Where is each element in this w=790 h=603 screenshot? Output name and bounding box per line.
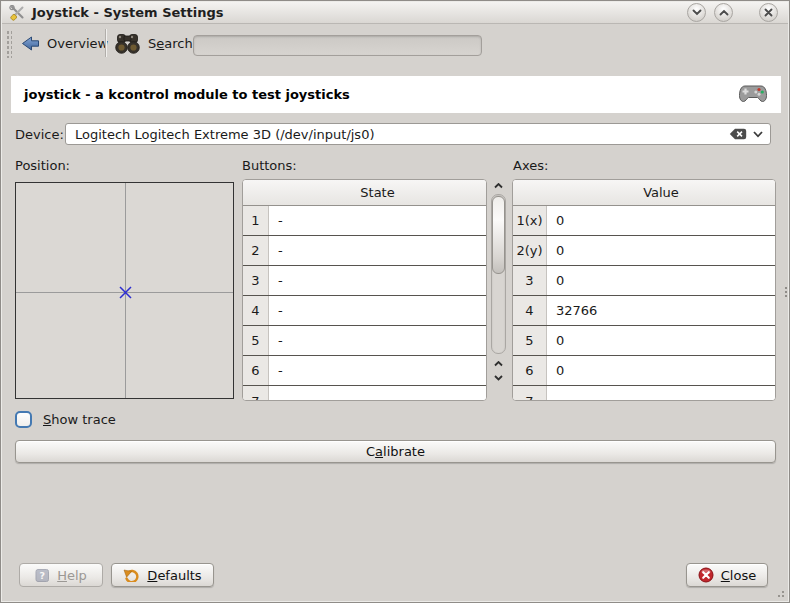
position-pad [15,182,234,399]
window-close-button[interactable] [759,3,778,22]
scrollbar-track[interactable] [491,194,506,354]
maximize-button[interactable] [714,3,733,22]
calibrate-button[interactable]: Calibrate [15,440,776,463]
module-title: joystick - a kcontrol module to test joy… [24,87,350,102]
table-row[interactable]: 1(x) 0 [513,206,775,236]
row-header: 4 [243,296,269,325]
minimize-button[interactable] [687,3,706,22]
row-header: 1(x) [513,206,547,235]
device-combobox[interactable]: Logitech Logitech Extreme 3D (/dev/input… [65,123,771,145]
clear-icon[interactable] [729,128,747,140]
table-row[interactable]: 6 0 [513,356,775,386]
show-trace-checkbox[interactable] [15,411,32,428]
table-row[interactable]: 7 [513,386,775,401]
chevron-down-icon[interactable] [753,131,763,138]
row-header: 5 [513,326,547,355]
row-value: 0 [547,326,775,355]
help-button: ? Help [19,563,103,587]
table-row[interactable]: 7 [243,386,486,401]
help-label: Help [57,568,87,583]
row-value: - [269,356,486,385]
close-button[interactable]: Close [686,563,768,587]
row-header: 6 [513,356,547,385]
chevron-down-icon [692,9,702,16]
overview-button[interactable]: Overview [15,28,114,58]
row-value: - [269,296,486,325]
table-row[interactable]: 4 32766 [513,296,775,326]
row-value: 0 [547,236,775,265]
row-value [547,386,775,401]
tools-icon [9,5,25,21]
row-value: 0 [547,356,775,385]
module-header: joystick - a kcontrol module to test joy… [11,76,781,113]
chevron-up-icon [494,361,503,367]
row-value: 0 [547,266,775,295]
toolbar: Overview Search: [2,24,788,63]
system-settings-window: Joystick - System Settings Overview [0,0,790,603]
table-row[interactable]: 4 - [243,296,486,326]
toolbar-separator [105,29,106,57]
row-value: - [269,206,486,235]
table-row[interactable]: 2 - [243,236,486,266]
table-row[interactable]: 1 - [243,206,486,236]
help-icon: ? [35,568,50,583]
row-header: 3 [243,266,269,295]
window-title: Joystick - System Settings [32,5,224,20]
chevron-up-icon [494,183,503,189]
scrollbar-down-button[interactable] [492,372,505,384]
row-header: 7 [243,386,269,401]
row-value: - [269,326,486,355]
scrollbar-thumb[interactable] [492,196,505,274]
overview-label: Overview [47,36,108,51]
buttons-label: Buttons: [242,158,297,173]
position-marker-icon [119,286,132,302]
chevron-up-icon [719,9,729,16]
search-label: Search: [148,36,197,51]
table-row[interactable]: 2(y) 0 [513,236,775,266]
resize-grip[interactable] [782,595,784,597]
chevron-down-icon [494,375,503,381]
table-row[interactable]: 3 0 [513,266,775,296]
row-value [269,386,486,401]
row-header: 4 [513,296,547,325]
row-value: - [269,266,486,295]
close-label: Close [721,568,756,583]
back-arrow-icon [21,36,40,51]
red-close-icon [698,567,714,583]
scrollbar-up-button-bottom[interactable] [492,358,505,370]
search-icon [114,32,141,58]
buttons-table-scrollbar[interactable] [490,180,507,400]
table-row[interactable]: 3 - [243,266,486,296]
show-trace-label[interactable]: Show trace [43,412,116,427]
device-label: Device: [15,127,64,142]
row-header: 2(y) [513,236,547,265]
device-value: Logitech Logitech Extreme 3D (/dev/input… [66,127,729,142]
buttons-table: State 1 - 2 - 3 - 4 - 5 - 6 - 7 [242,179,487,401]
table-row[interactable]: 5 - [243,326,486,356]
row-header: 2 [243,236,269,265]
table-row[interactable]: 6 - [243,356,486,386]
scrollbar-up-button[interactable] [492,180,505,192]
defaults-button[interactable]: Defaults [111,563,214,587]
axes-table: Value 1(x) 0 2(y) 0 3 0 4 32766 5 0 6 0 … [512,179,776,401]
undo-icon [123,568,140,582]
position-label: Position: [15,158,70,173]
toolbar-drag-handle[interactable] [6,30,12,58]
table-row[interactable]: 5 0 [513,326,775,356]
axes-label: Axes: [513,158,548,173]
defaults-label: Defaults [147,568,201,583]
search-input[interactable] [193,35,482,56]
row-value: 0 [547,206,775,235]
calibrate-label: Calibrate [366,444,425,459]
window-splitter-handle[interactable] [785,287,787,289]
gamepad-icon [738,82,768,108]
row-header: 5 [243,326,269,355]
buttons-table-header: State [243,180,486,206]
svg-text:?: ? [40,570,46,581]
row-value: 32766 [547,296,775,325]
row-header: 7 [513,386,547,401]
titlebar[interactable]: Joystick - System Settings [2,2,788,24]
row-header: 3 [513,266,547,295]
row-header: 6 [243,356,269,385]
row-value: - [269,236,486,265]
